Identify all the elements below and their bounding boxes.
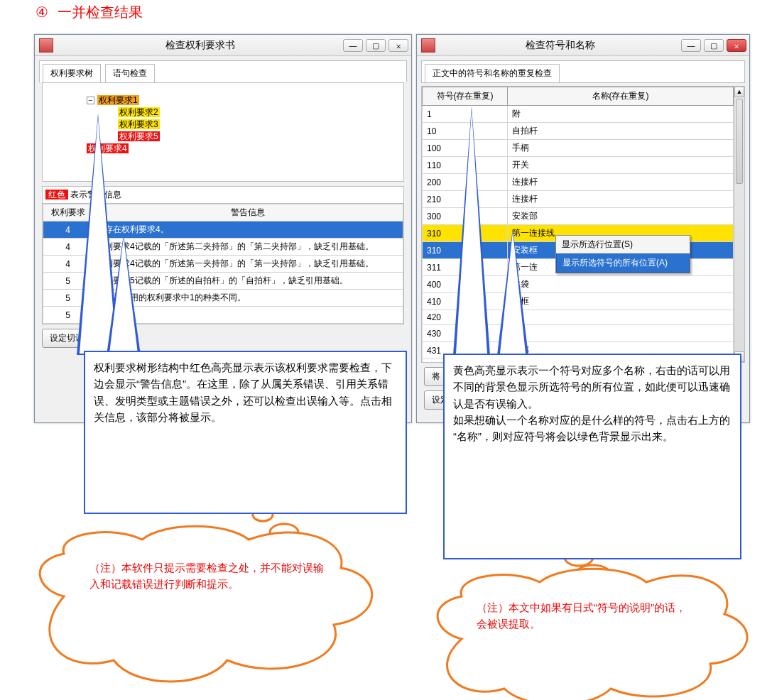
cell-name: 连接杆 bbox=[508, 191, 734, 208]
cell-name: 安装部 bbox=[508, 208, 734, 225]
col-warning[interactable]: 警告信息 bbox=[93, 204, 403, 222]
pointer bbox=[107, 234, 141, 355]
scroll-up-icon[interactable]: ▲ bbox=[734, 87, 744, 97]
cell-name: 缝 bbox=[508, 325, 734, 342]
tree-node-claim3[interactable]: 权利要求3 bbox=[118, 119, 160, 129]
cell-name: 水袋 bbox=[508, 276, 734, 293]
cell-name: 附 bbox=[508, 106, 734, 123]
vertical-scrollbar[interactable]: ▲ ▼ bbox=[734, 87, 744, 362]
section-header: ④ 一并检查结果 bbox=[34, 3, 143, 22]
col-symbol[interactable]: 符号(存在重复) bbox=[423, 87, 508, 106]
cell-name: 装框 bbox=[508, 293, 734, 310]
callout-right: 黄色高亮显示表示一个符号对应多个名称，右击的话可以用不同的背景色显示所选符号的所… bbox=[443, 354, 741, 559]
maximize-button[interactable]: ▢ bbox=[704, 39, 724, 52]
cloud-note-right: （注）本文中如果有日式“符号的说明”的话，会被误提取。 bbox=[477, 599, 690, 633]
app-icon bbox=[39, 38, 53, 53]
ctx-show-all-positions[interactable]: 显示所选符号的所有位置(A) bbox=[556, 253, 690, 273]
app-icon bbox=[421, 38, 435, 53]
cell-name: 自拍杆 bbox=[508, 123, 734, 140]
close-button[interactable]: ⨉ bbox=[388, 39, 408, 52]
tab-symbol-dup[interactable]: 正文中的符号和名称的重复检查 bbox=[425, 64, 560, 82]
tree-toggle-icon[interactable]: − bbox=[87, 97, 94, 104]
maximize-button[interactable]: ▢ bbox=[366, 39, 386, 52]
window-title: 检查权利要求书 bbox=[58, 39, 343, 52]
cell-name: 连接杆 bbox=[508, 174, 734, 191]
pointer bbox=[453, 106, 490, 355]
titlebar-right: 检查符号和名称 — ▢ ⨉ bbox=[417, 35, 749, 56]
cell-name: 开关 bbox=[508, 157, 734, 174]
section-number: ④ bbox=[34, 4, 50, 21]
close-button[interactable]: ⨉ bbox=[727, 39, 746, 52]
legend-red-chip: 红色 bbox=[45, 190, 68, 199]
context-menu[interactable]: 显示所选行位置(S) 显示所选符号的所有位置(A) bbox=[555, 235, 690, 273]
tree-node-claim1[interactable]: 权利要求1 bbox=[97, 95, 139, 105]
tab-sentence-check[interactable]: 语句检查 bbox=[105, 64, 155, 82]
tree-node-claim2[interactable]: 权利要求2 bbox=[118, 107, 160, 117]
cell-name: 手柄 bbox=[508, 140, 734, 157]
scroll-thumb[interactable] bbox=[736, 99, 743, 184]
window-title: 检查符号和名称 bbox=[440, 39, 681, 52]
section-title: 一并检查结果 bbox=[58, 4, 143, 20]
callout-left: 权利要求树形结构中红色高亮显示表示该权利要求需要检查，下边会显示“警告信息”。在… bbox=[84, 351, 407, 514]
col-name[interactable]: 名称(存在重复) bbox=[508, 87, 734, 106]
tab-claim-tree[interactable]: 权利要求树 bbox=[43, 64, 101, 82]
minimize-button[interactable]: — bbox=[681, 39, 701, 52]
ctx-show-row-position[interactable]: 显示所选行位置(S) bbox=[556, 236, 690, 253]
cell-name bbox=[508, 310, 734, 325]
titlebar-left: 检查权利要求书 — ▢ ⨉ bbox=[35, 35, 411, 56]
pointer bbox=[497, 229, 528, 355]
cloud-note-left: （注）本软件只提示需要检查之处，并不能对误输入和记载错误进行判断和提示。 bbox=[89, 559, 331, 593]
tree-node-claim5[interactable]: 权利要求5 bbox=[118, 131, 160, 141]
minimize-button[interactable]: — bbox=[343, 39, 363, 52]
